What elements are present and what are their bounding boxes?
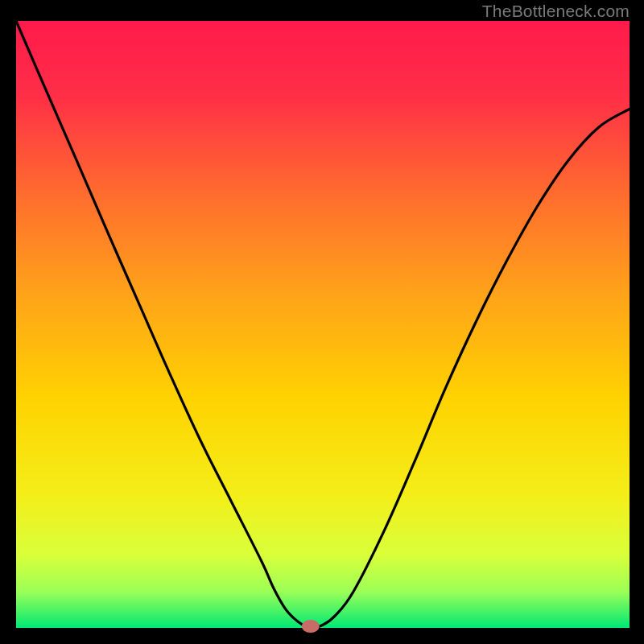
plot-area — [16, 21, 630, 628]
minimum-marker — [302, 620, 320, 633]
chart-canvas — [0, 0, 644, 644]
attribution-text: TheBottleneck.com — [482, 2, 630, 21]
